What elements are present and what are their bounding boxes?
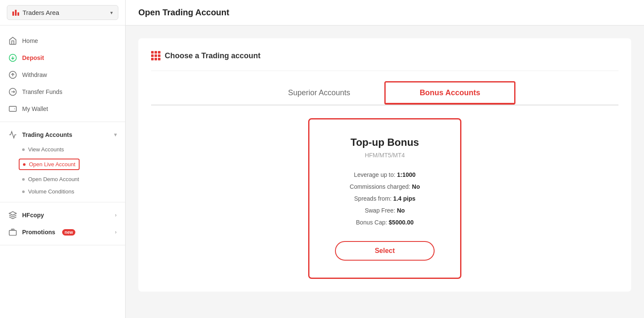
volume-dot — [22, 190, 25, 193]
bar-chart-icon — [12, 10, 19, 16]
sidebar-item-withdraw-label: Withdraw — [22, 71, 47, 78]
grid-icon — [151, 51, 160, 60]
sidebar-item-volume[interactable]: Volume Conditions — [22, 185, 125, 198]
sidebar-item-promotions[interactable]: Promotions new › — [0, 224, 125, 241]
commissions-label: Commissions charged: — [350, 183, 410, 190]
view-accounts-label: View Accounts — [28, 146, 64, 153]
sidebar-item-deposit-label: Deposit — [22, 54, 44, 61]
swap-label: Swap Free: — [365, 207, 395, 214]
chevron-down-icon: ▾ — [110, 10, 113, 16]
trading-accounts-icon — [9, 131, 17, 139]
view-accounts-dot — [22, 148, 25, 151]
accounts-grid: Top-up Bonus HFM/MT5/MT4 Leverage up to:… — [151, 118, 618, 279]
wallet-icon — [9, 105, 17, 113]
detail-spreads: Spreads from: 1.4 pips — [335, 193, 435, 204]
choose-header: Choose a Trading account — [151, 51, 618, 60]
sidebar-item-view-accounts[interactable]: View Accounts — [22, 143, 125, 156]
withdraw-icon — [9, 71, 17, 79]
promotions-icon — [9, 228, 17, 236]
volume-label: Volume Conditions — [28, 188, 74, 195]
header-divider — [151, 71, 618, 71]
promotions-chevron: › — [115, 229, 117, 235]
sidebar-item-transfer-label: Transfer Funds — [22, 88, 62, 95]
open-demo-label: Open Demo Account — [28, 176, 79, 182]
account-details: Leverage up to: 1:1000 Commissions charg… — [335, 169, 435, 228]
topup-bonus-card: Top-up Bonus HFM/MT5/MT4 Leverage up to:… — [308, 118, 461, 279]
traders-area-label: Traders Area — [23, 9, 59, 16]
detail-commissions: Commissions charged: No — [335, 181, 435, 193]
transfer-icon — [9, 88, 17, 96]
choose-title: Choose a Trading account — [165, 51, 260, 60]
spreads-label: Spreads from: — [354, 195, 392, 202]
deposit-icon — [9, 54, 17, 62]
spreads-value: 1.4 pips — [393, 195, 415, 202]
trading-accounts-chevron: ▾ — [114, 132, 117, 138]
leverage-value: 1:1000 — [397, 171, 416, 178]
sidebar-item-hfcopy[interactable]: HFcopy › — [0, 207, 125, 224]
sidebar-item-transfer[interactable]: Transfer Funds — [0, 83, 125, 100]
open-live-label: Open Live Account — [29, 161, 75, 168]
traders-area-button[interactable]: Traders Area ▾ — [7, 5, 118, 20]
sidebar-section-trading-accounts[interactable]: Trading Accounts ▾ — [0, 126, 125, 143]
tab-superior-accounts[interactable]: Superior Accounts — [254, 81, 384, 105]
promotions-label: Promotions — [22, 229, 55, 236]
trading-accounts-label: Trading Accounts — [22, 131, 72, 138]
main-content: Open Trading Account Choose a Trading ac… — [126, 0, 644, 318]
bonus-cap-label: Bonus Cap: — [356, 219, 387, 226]
hfcopy-icon — [9, 211, 17, 219]
tab-bonus-accounts[interactable]: Bonus Accounts — [384, 81, 515, 105]
commissions-value: No — [412, 183, 420, 190]
sidebar-item-open-demo[interactable]: Open Demo Account — [22, 173, 125, 185]
sidebar-item-wallet-label: My Wallet — [22, 105, 48, 112]
hfcopy-chevron: › — [115, 212, 117, 218]
sidebar-item-home[interactable]: Home — [0, 32, 125, 49]
sidebar-item-open-live[interactable]: Open Live Account — [22, 156, 125, 173]
trading-account-card-container: Choose a Trading account Superior Accoun… — [138, 38, 631, 292]
account-card-title: Top-up Bonus — [335, 136, 435, 148]
leverage-label: Leverage up to: — [354, 171, 395, 178]
promotions-badge: new — [62, 229, 75, 236]
trading-accounts-sub-menu: View Accounts Open Live Account Open Dem… — [0, 143, 125, 198]
sidebar-item-home-label: Home — [22, 37, 38, 44]
page-title: Open Trading Account — [138, 8, 631, 17]
detail-bonus-cap: Bonus Cap: $5000.00 — [335, 216, 435, 228]
sidebar-header: Traders Area ▾ — [0, 0, 125, 26]
home-icon — [9, 37, 17, 45]
sidebar-nav: Home Deposit Withdraw — [0, 26, 125, 318]
sidebar-item-deposit[interactable]: Deposit — [0, 49, 125, 66]
open-demo-dot — [22, 178, 25, 181]
hfcopy-label: HFcopy — [22, 212, 44, 219]
sidebar: Traders Area ▾ Home Deposit — [0, 0, 126, 318]
svg-rect-3 — [9, 106, 17, 111]
swap-value: No — [397, 207, 405, 214]
select-button[interactable]: Select — [335, 241, 435, 261]
page-header: Open Trading Account — [126, 0, 644, 26]
open-live-dot — [23, 163, 26, 166]
account-card-platform: HFM/MT5/MT4 — [335, 152, 435, 159]
bonus-cap-value: $5000.00 — [389, 219, 413, 226]
account-tabs: Superior Accounts Bonus Accounts — [151, 81, 618, 105]
sidebar-item-wallet[interactable]: My Wallet — [0, 100, 125, 117]
divider-2 — [0, 202, 125, 202]
svg-rect-4 — [9, 230, 17, 236]
divider-3 — [0, 245, 125, 245]
main-body: Choose a Trading account Superior Accoun… — [126, 26, 644, 318]
divider-1 — [0, 122, 125, 122]
sidebar-item-withdraw[interactable]: Withdraw — [0, 66, 125, 83]
detail-leverage: Leverage up to: 1:1000 — [335, 169, 435, 181]
detail-swap: Swap Free: No — [335, 204, 435, 216]
